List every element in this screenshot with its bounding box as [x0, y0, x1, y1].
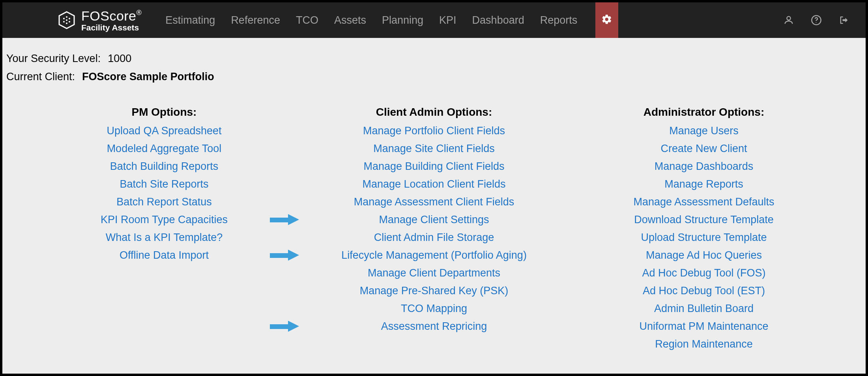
list-item: Batch Report Status — [34, 196, 294, 208]
security-level-value: 1000 — [108, 50, 131, 68]
nav-reports[interactable]: Reports — [540, 14, 578, 26]
client-admin-option-link[interactable]: Manage Portfolio Client Fields — [363, 125, 505, 137]
client-admin-option-link[interactable]: Manage Location Client Fields — [362, 178, 505, 190]
list-item: Manage Reports — [574, 178, 834, 190]
client-admin-option-link[interactable]: Manage Pre-Shared Key (PSK) — [360, 285, 509, 297]
client-admin-option-link[interactable]: Manage Site Client Fields — [373, 143, 495, 154]
topbar-right — [783, 14, 850, 26]
nav-kpi[interactable]: KPI — [439, 14, 456, 26]
client-admin-options-column: Client Admin Options: Manage Portfolio C… — [304, 106, 564, 350]
svg-marker-12 — [288, 214, 299, 225]
admin-option-link[interactable]: Ad Hoc Debug Tool (FOS) — [642, 267, 765, 279]
client-admin-option-link[interactable]: Lifecycle Management (Portfolio Aging) — [341, 249, 527, 261]
logo-area: FOScore® Facility Assets — [58, 9, 142, 32]
admin-option-link[interactable]: Download Structure Template — [634, 214, 774, 226]
admin-option-link[interactable]: Upload Structure Template — [641, 231, 767, 243]
svg-rect-11 — [270, 218, 288, 222]
list-item: Manage Building Client Fields — [304, 160, 564, 173]
content-area: Your Security Level: 1000 Current Client… — [2, 38, 866, 354]
list-item: Manage Site Client Fields — [304, 143, 564, 155]
pm-option-link[interactable]: Batch Building Reports — [110, 160, 219, 172]
list-item: Offline Data Import — [34, 249, 294, 261]
admin-option-link[interactable]: Region Maintenance — [655, 338, 753, 350]
admin-option-link[interactable]: Manage Reports — [664, 178, 743, 190]
client-admin-option-link[interactable]: Manage Building Client Fields — [363, 160, 504, 172]
list-item: Manage Dashboards — [574, 160, 834, 173]
svg-point-1 — [66, 19, 67, 21]
pm-option-link[interactable]: Batch Site Reports — [120, 178, 208, 190]
svg-rect-15 — [270, 324, 288, 329]
pm-options-column: PM Options: Upload QA SpreadsheetModeled… — [34, 106, 294, 350]
nav-reference[interactable]: Reference — [231, 14, 280, 26]
help-icon[interactable] — [810, 14, 822, 26]
nav-assets[interactable]: Assets — [334, 14, 366, 26]
svg-point-2 — [63, 18, 65, 19]
list-item: KPI Room Type Capacities — [34, 214, 294, 226]
user-icon[interactable] — [783, 14, 795, 26]
pm-option-link[interactable]: Modeled Aggregate Tool — [107, 143, 222, 154]
list-item: Client Admin File Storage — [304, 231, 564, 244]
admin-option-link[interactable]: Uniformat PM Maintenance — [639, 320, 768, 332]
administrator-heading: Administrator Options: — [574, 106, 834, 118]
nav-settings[interactable] — [595, 2, 618, 38]
logout-icon[interactable] — [838, 14, 850, 26]
nav-dashboard[interactable]: Dashboard — [472, 14, 524, 26]
client-admin-heading: Client Admin Options: — [304, 106, 564, 118]
list-item: Upload Structure Template — [574, 231, 834, 244]
gear-icon — [601, 14, 612, 26]
client-admin-option-link[interactable]: Manage Client Settings — [379, 214, 489, 226]
list-item: What Is a KPI Template? — [34, 231, 294, 244]
list-item: Manage Assessment Client Fields — [304, 196, 564, 208]
nav-estimating[interactable]: Estimating — [165, 14, 215, 26]
main-nav: Estimating Reference TCO Assets Planning… — [165, 2, 618, 38]
pm-option-link[interactable]: Upload QA Spreadsheet — [107, 125, 221, 137]
svg-point-10 — [816, 22, 816, 23]
list-item: Manage Users — [574, 125, 834, 137]
pointer-arrow-icon — [268, 213, 300, 226]
nav-planning[interactable]: Planning — [382, 14, 423, 26]
pm-option-link[interactable]: What Is a KPI Template? — [106, 231, 223, 243]
svg-marker-14 — [288, 250, 299, 261]
admin-option-link[interactable]: Manage Ad Hoc Queries — [646, 249, 762, 261]
svg-marker-16 — [288, 321, 299, 332]
list-item: Manage Assessment Defaults — [574, 196, 834, 208]
admin-option-link[interactable]: Manage Assessment Defaults — [633, 196, 774, 208]
list-item: Batch Building Reports — [34, 160, 294, 173]
topbar: FOScore® Facility Assets Estimating Refe… — [2, 2, 866, 38]
admin-option-link[interactable]: Create New Client — [660, 143, 747, 154]
administrator-options-column: Administrator Options: Manage UsersCreat… — [574, 106, 834, 350]
client-admin-option-link[interactable]: Assessment Repricing — [381, 320, 487, 332]
admin-option-link[interactable]: Manage Dashboards — [655, 160, 754, 172]
list-item: Manage Portfolio Client Fields — [304, 125, 564, 137]
nav-tco[interactable]: TCO — [296, 14, 318, 26]
client-admin-option-link[interactable]: Manage Client Departments — [368, 267, 500, 279]
list-item: Manage Client Departments — [304, 267, 564, 279]
admin-option-link[interactable]: Ad Hoc Debug Tool (EST) — [643, 285, 765, 297]
list-item: Uniformat PM Maintenance — [574, 320, 834, 333]
client-admin-option-link[interactable]: TCO Mapping — [401, 303, 467, 314]
list-item: Manage Pre-Shared Key (PSK) — [304, 285, 564, 297]
list-item: Assessment Repricing — [304, 320, 564, 333]
pm-options-heading: PM Options: — [34, 106, 294, 118]
svg-point-3 — [69, 18, 70, 19]
list-item: TCO Mapping — [304, 303, 564, 315]
admin-option-link[interactable]: Admin Bulletin Board — [654, 303, 754, 314]
client-admin-option-link[interactable]: Client Admin File Storage — [374, 231, 494, 243]
pm-option-link[interactable]: KPI Room Type Capacities — [101, 214, 228, 226]
svg-rect-13 — [270, 253, 288, 258]
pm-options-list: Upload QA SpreadsheetModeled Aggregate T… — [34, 125, 294, 261]
list-item: Lifecycle Management (Portfolio Aging) — [304, 249, 564, 261]
list-item: Manage Location Client Fields — [304, 178, 564, 190]
admin-option-link[interactable]: Manage Users — [669, 125, 739, 137]
list-item: Manage Ad Hoc Queries — [574, 249, 834, 261]
client-admin-option-link[interactable]: Manage Assessment Client Fields — [354, 196, 514, 208]
pointer-arrow-icon — [268, 320, 300, 333]
client-admin-options-list: Manage Portfolio Client FieldsManage Sit… — [304, 125, 564, 333]
brand-tagline: Facility Assets — [81, 23, 142, 32]
svg-point-4 — [63, 21, 65, 23]
logo-text: FOScore® Facility Assets — [81, 9, 142, 32]
pm-option-link[interactable]: Batch Report Status — [116, 196, 212, 208]
pm-option-link[interactable]: Offline Data Import — [120, 249, 209, 261]
administrator-options-list: Manage UsersCreate New ClientManage Dash… — [574, 125, 834, 350]
list-item: Upload QA Spreadsheet — [34, 125, 294, 137]
